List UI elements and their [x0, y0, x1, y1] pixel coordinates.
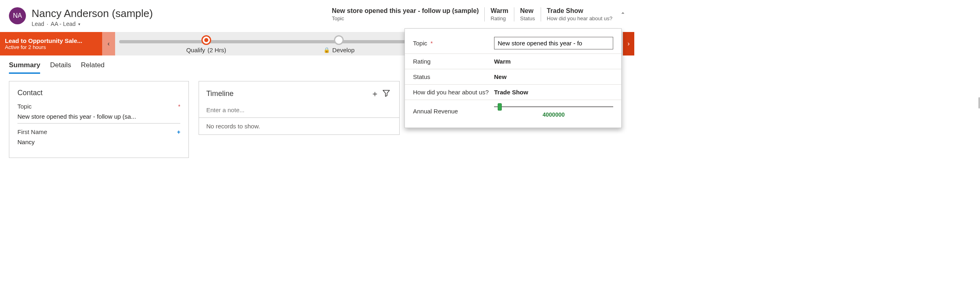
stage-duration: (2 Hrs)	[208, 47, 226, 53]
header-field-label: Topic	[332, 15, 479, 21]
record-header: NA Nancy Anderson (sample) Lead · AA - L…	[0, 0, 634, 32]
field-value[interactable]: New store opened this year - follow up (…	[17, 110, 180, 122]
timeline-empty-text: No records to show.	[199, 118, 399, 134]
filter-icon[interactable]	[381, 88, 392, 99]
field-divider	[17, 123, 180, 124]
note-input[interactable]: Enter a note...	[199, 102, 399, 118]
flyout-field-topic: Topic *	[405, 33, 621, 53]
slider-track	[494, 106, 613, 107]
section-title: Timeline	[206, 90, 369, 98]
process-active-text: Active for 2 hours	[5, 44, 102, 50]
field-label: Topic	[413, 40, 427, 47]
field-topic[interactable]: Topic * New store opened this year - fol…	[17, 103, 180, 124]
revenue-slider[interactable]	[494, 104, 613, 110]
header-field-heard[interactable]: Trade Show How did you hear about us?	[541, 7, 618, 21]
tab-details[interactable]: Details	[50, 61, 71, 74]
header-fields: New store opened this year - follow up (…	[332, 7, 625, 21]
stage-dot-icon	[334, 35, 344, 45]
field-value[interactable]: Nancy	[17, 135, 180, 148]
subtitle-sep: ·	[47, 21, 48, 27]
field-first-name[interactable]: First Name + Nancy	[17, 128, 180, 148]
header-field-status[interactable]: New Status	[514, 7, 541, 21]
field-label: How did you hear about us?	[413, 89, 494, 96]
flyout-field-status[interactable]: Status New	[405, 69, 621, 84]
record-title: Nancy Anderson (sample)	[32, 7, 153, 20]
recommended-indicator-icon: +	[177, 129, 180, 135]
slider-thumb[interactable]	[498, 103, 502, 111]
slider-value: 4000000	[494, 111, 613, 118]
add-icon[interactable]: ＋	[369, 88, 381, 99]
stage-develop[interactable]: 🔒 Develop	[323, 32, 355, 55]
header-field-label: How did you hear about us?	[547, 15, 612, 21]
header-field-value: New store opened this year - follow up (…	[332, 7, 479, 15]
stage-qualify[interactable]: Qualify (2 Hrs)	[186, 32, 226, 55]
field-label: Rating	[413, 58, 494, 65]
flyout-field-annual-revenue[interactable]: Annual Revenue 4000000	[405, 100, 621, 122]
field-label: Topic	[17, 103, 32, 110]
flyout-field-heard[interactable]: How did you hear about us? Trade Show	[405, 84, 621, 100]
lock-icon: 🔒	[323, 47, 330, 53]
header-edit-flyout: Topic * Rating Warm Status New How did y…	[404, 28, 622, 128]
entity-label: Lead	[32, 21, 44, 27]
field-value[interactable]: Trade Show	[494, 89, 613, 96]
title-block: Nancy Anderson (sample) Lead · AA - Lead…	[32, 7, 153, 27]
header-field-rating[interactable]: Warm Rating	[484, 7, 514, 21]
record-subtitle[interactable]: Lead · AA - Lead ▾	[32, 21, 153, 27]
timeline-section: Timeline ＋ Enter a note... No records to…	[199, 81, 400, 135]
chevron-up-icon[interactable]: ⌃	[621, 11, 625, 18]
header-field-value: Warm	[490, 7, 508, 15]
header-field-value: New	[520, 7, 535, 15]
field-label: Status	[413, 73, 494, 80]
tab-related[interactable]: Related	[81, 61, 105, 74]
header-field-label: Status	[520, 15, 535, 21]
avatar: NA	[9, 7, 26, 24]
flyout-field-rating[interactable]: Rating Warm	[405, 53, 621, 69]
field-label: Annual Revenue	[413, 108, 494, 115]
tab-summary[interactable]: Summary	[9, 61, 40, 74]
header-field-label: Rating	[490, 15, 508, 21]
process-forward-button[interactable]: ›	[623, 32, 634, 55]
chevron-down-icon[interactable]: ▾	[78, 22, 80, 26]
field-value[interactable]: New	[494, 73, 613, 80]
stage-dot-current-icon	[201, 35, 211, 45]
header-field-topic[interactable]: New store opened this year - follow up (…	[332, 7, 485, 21]
required-indicator-icon: *	[430, 40, 432, 47]
process-back-button[interactable]: ‹	[102, 32, 115, 55]
header-field-value: Trade Show	[547, 7, 612, 15]
process-name: Lead to Opportunity Sale...	[5, 37, 102, 44]
stage-label: Qualify	[186, 47, 205, 53]
topic-input[interactable]	[494, 37, 613, 49]
field-value[interactable]: Warm	[494, 58, 613, 65]
stage-label: Develop	[332, 47, 355, 53]
process-name-flag[interactable]: Lead to Opportunity Sale... Active for 2…	[0, 32, 102, 55]
field-label: First Name	[17, 128, 47, 135]
form-label: AA - Lead	[51, 21, 76, 27]
required-indicator-icon: *	[178, 103, 180, 110]
contact-section: Contact Topic * New store opened this ye…	[9, 81, 189, 158]
section-title: Contact	[17, 89, 180, 97]
